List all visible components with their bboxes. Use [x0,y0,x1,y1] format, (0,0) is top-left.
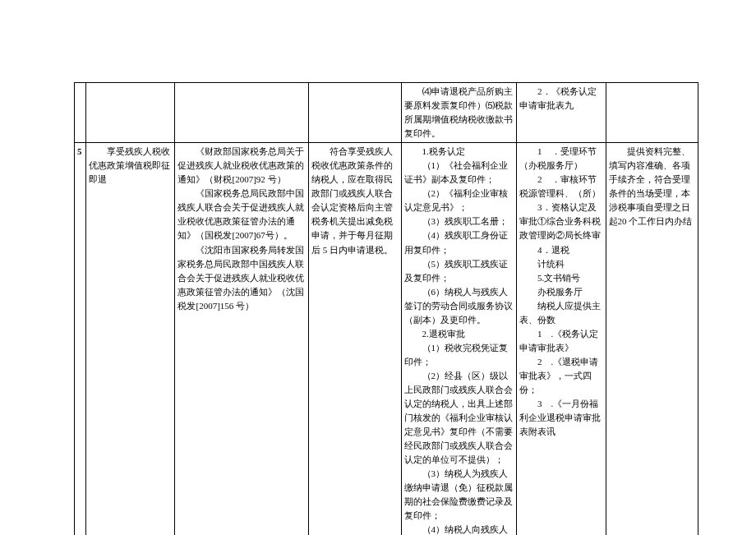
para: 《国家税务总局民政部中国残疾人联合会关于促进残疾人就业税收优惠政策征管办法的通知… [177,188,304,240]
line: 3 .《一月份福利企业退税申请审批表附表讯 [519,399,601,436]
line: （6）纳税人与残疾人签订的劳动合同或服务协议（副本）及更印件。 [404,287,513,325]
line: 1 .《税务认定申请审批表》 [519,329,598,353]
line: 1 ．受理环节（办税服务厅） [519,146,597,170]
cell-process: 1 ．受理环节（办税服务厅） 2 ．审核环节税源管理科、（所） 3．资格认定及审… [517,143,606,535]
line: 2 .《退税申请审批表》，一式四份； [519,357,598,394]
line: 5.文书销号 [519,273,580,283]
line: （2）《福利企业审核认定意见书》； [404,188,509,212]
cell-condition: 符合享受残疾人税收优惠政策条件的纳税人，应在取得民政部门或残疾人联合会认定资格后… [309,143,401,535]
line: 纳税人应提供主表、份数 [519,301,601,325]
line: 2.退税审批 [404,329,465,339]
policy-table: ⑷申请退税产品所购主要原料发票复印件）⑸税款所属期增值税纳税收缴款书复印件。 2… [74,82,698,535]
cell [86,83,175,143]
cell [309,83,401,143]
line: 4．退税 [519,245,569,255]
line: 3．资格认定及审批①综合业务科税政管理岗②局长终审 [519,202,601,240]
cell-materials: 1.税务认定 （1）《社会福利企业证书》副本及复印件； （2）《福利企业审核认定… [401,143,517,535]
cell-basis: 《财政部国家税务总局关于促进残疾人就业税收优惠政策的通知》（财税[2007]92… [175,143,309,535]
line: （5）残疾职工残疾证及复印件； [404,259,509,283]
line: 计统科 [519,259,565,269]
table-row: ⑷申请退税产品所购主要原料发票复印件）⑸税款所属期增值税纳税收缴款书复印件。 2… [75,83,698,143]
cell [175,83,309,143]
line: （3）残疾职工名册； [404,216,509,226]
line: （3）纳税人为残疾人缴纳申请退（免）征税款属期的社会保险费缴费记录及复印件； [404,468,513,520]
line: （1）《社会福利企业证书》副本及复印件； [404,160,509,184]
para: 《沈阳市国家税务局转发国家税务总局民政部中国残疾人联合会关于促进残疾人就业税收优… [177,245,304,311]
line: （4）残疾职工身份证用复印件； [404,230,509,254]
cell [606,83,698,143]
line: 1.税务认定 [404,146,465,156]
line: （1）税收完税凭证复印件； [404,343,509,367]
line: （4）纳税人向残疾人通过银行等金融机构实 [404,524,509,535]
cell-num: 5 [75,143,86,535]
cell-title: 享受残疾人税收优惠政策增值税即征即退 [86,143,175,535]
row-number: 5 [77,146,82,156]
cell: 2．《税务认定申请审批表九 [517,83,606,143]
line: （2）经县（区）级以上民政部门或残疾人联合会认定的纳税人，出具上述部门核发的《福… [404,371,513,464]
line: 2 ．审核环节税源管理科、（所） [519,174,601,198]
line: 办税服务厅 [519,287,583,297]
table-row: 5 享受残疾人税收优惠政策增值税即征即退 《财政部国家税务总局关于促进残疾人就业… [75,143,698,535]
cell-num [75,83,86,143]
cell: ⑷申请退税产品所购主要原料发票复印件）⑸税款所属期增值税纳税收缴款书复印件。 [401,83,517,143]
cell-timelimit: 提供资料完整、填写内容准确、各项手续齐全，符合受理条件的当场受理，本涉税事项自受… [606,143,698,535]
para: 《财政部国家税务总局关于促进残疾人就业税收优惠政策的通知》（财税[2007]92… [177,146,304,184]
